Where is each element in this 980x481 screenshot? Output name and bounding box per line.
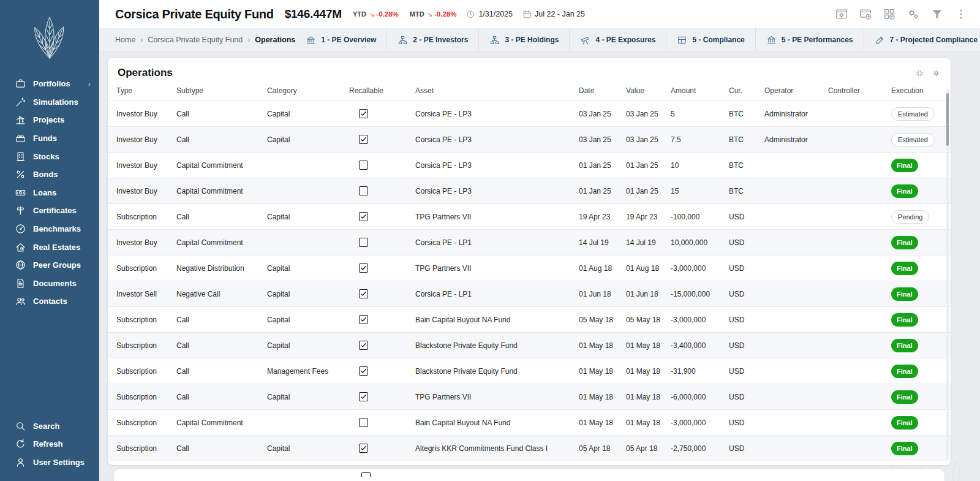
- table-row[interactable]: Investor BuyCapital CommitmentCorsica PE…: [108, 178, 951, 203]
- table-row[interactable]: Investor BuyCallCapitalCorsica PE - LP30…: [108, 126, 951, 152]
- gears-icon[interactable]: [907, 7, 920, 21]
- sidebar-item-peer-groups[interactable]: Peer Groups: [15, 256, 99, 275]
- column-header-amount[interactable]: Amount: [671, 86, 729, 95]
- recallable-checkbox-checked[interactable]: [359, 109, 368, 118]
- table-row[interactable]: Investor BuyCallCapitalCorsica PE - LP30…: [108, 100, 951, 126]
- scrollbar-thumb[interactable]: [946, 93, 949, 146]
- tab-7-projected-compliance[interactable]: 7 - Projected Compliance: [864, 28, 980, 51]
- column-header-asset[interactable]: Asset: [415, 86, 579, 95]
- date-range-value: Jul 22 - Jan 25: [535, 10, 585, 18]
- column-header-operator[interactable]: Operator: [764, 86, 828, 95]
- cell-execution: Final: [891, 390, 943, 404]
- as-of-date[interactable]: 1/31/2025: [466, 10, 513, 19]
- column-header-recallable[interactable]: Recallable: [349, 86, 415, 95]
- cell-recallable: [349, 161, 415, 170]
- table-row[interactable]: Investor BuyCapital CommitmentCorsica PE…: [108, 229, 951, 255]
- table-row[interactable]: Investor SellNegative CallCapitalCorsica…: [108, 281, 951, 306]
- document-icon: [15, 278, 26, 289]
- fund-value: $146.447M: [285, 7, 342, 21]
- recallable-checkbox-checked[interactable]: [359, 135, 368, 144]
- recallable-checkbox-checked[interactable]: [359, 392, 368, 401]
- recallable-checkbox-unchecked[interactable]: [359, 161, 368, 170]
- table-row[interactable]: SubscriptionNegative DistributionCapital…: [108, 255, 951, 281]
- recallable-checkbox-checked[interactable]: [359, 212, 368, 221]
- recallable-checkbox-unchecked[interactable]: [359, 418, 368, 427]
- recallable-checkbox-unchecked[interactable]: [359, 186, 368, 195]
- window-add-icon[interactable]: [859, 7, 872, 21]
- collapse-icon[interactable]: [915, 69, 924, 78]
- tab-4-pe-exposures[interactable]: 4 - PE Exposures: [569, 28, 666, 51]
- filter-icon[interactable]: [930, 7, 944, 21]
- table-row[interactable]: SubscriptionCapital CommitmentBain Capit…: [108, 409, 951, 435]
- sidebar-item-label: Peer Groups: [33, 260, 81, 270]
- sidebar-item-refresh[interactable]: Refresh: [15, 435, 99, 453]
- date-range[interactable]: Jul 22 - Jan 25: [522, 10, 585, 19]
- sidebar-item-label: Benchmarks: [33, 224, 81, 233]
- breadcrumb-item-home[interactable]: Home: [115, 36, 135, 44]
- content-area: Operations TypeSubtypeCategoryRecallable…: [99, 52, 980, 481]
- table-row[interactable]: SubscriptionCallCapitalBain Capital Buyo…: [108, 306, 951, 332]
- sidebar-item-portfolios[interactable]: Portfolios›: [15, 75, 99, 93]
- sidebar-item-funds[interactable]: Funds: [15, 129, 99, 148]
- tab-5-compliance[interactable]: 5 - Compliance: [666, 28, 755, 51]
- vertical-scrollbar[interactable]: [946, 89, 949, 459]
- table-row[interactable]: SubscriptionCallCapitalTPG Partners VII0…: [108, 384, 951, 409]
- table-row[interactable]: SubscriptionCallCapitalAltegris KKR Comm…: [108, 435, 951, 461]
- sidebar-item-certificates[interactable]: Certificates: [15, 202, 99, 220]
- search-icon: [15, 420, 26, 432]
- column-header-category[interactable]: Category: [267, 86, 349, 95]
- cell-execution: Final: [891, 159, 943, 172]
- column-header-type[interactable]: Type: [116, 86, 176, 95]
- cell-recallable: [349, 366, 415, 376]
- cell-amount: 10: [671, 161, 729, 170]
- column-header-execution[interactable]: Execution: [891, 86, 943, 95]
- execution-badge-final: Final: [891, 416, 918, 430]
- window-settings-icon[interactable]: [835, 7, 848, 21]
- recallable-checkbox-checked[interactable]: [359, 289, 368, 298]
- cell-execution: Final: [891, 184, 943, 198]
- sidebar-item-loans[interactable]: Loans: [15, 184, 99, 202]
- table-row[interactable]: SubscriptionCallCapitalBlackstone Privat…: [108, 332, 951, 358]
- recallable-checkbox-checked[interactable]: [359, 444, 368, 453]
- tab-label: 7 - Projected Compliance: [890, 36, 978, 44]
- sidebar-item-simulations[interactable]: Simulations: [15, 93, 99, 112]
- column-header-subtype[interactable]: Subtype: [176, 86, 267, 95]
- table-row[interactable]: Investor BuyCapital CommitmentCorsica PE…: [108, 152, 951, 178]
- sidebar-item-projects[interactable]: Projects: [15, 111, 99, 129]
- table-row[interactable]: SubscriptionCallCapitalTPG Partners VII1…: [108, 203, 951, 229]
- cell-amount: -3,000,000: [671, 264, 729, 273]
- recallable-checkbox-checked[interactable]: [359, 341, 368, 350]
- cell-subtype: Capital Commitment: [176, 161, 267, 170]
- tab-5-pe-performances[interactable]: 5 - PE Performances: [755, 28, 864, 51]
- recallable-checkbox-checked[interactable]: [359, 315, 368, 324]
- breadcrumb-item-corsica-private-equity-fund[interactable]: Corsica Private Equity Fund: [148, 36, 243, 44]
- gear-icon[interactable]: [932, 69, 941, 78]
- sidebar-item-benchmarks[interactable]: Benchmarks: [15, 220, 99, 238]
- sidebar-footer-nav: SearchRefreshUser Settings: [0, 417, 99, 481]
- mtd-stat: MTD ↘ -0.28%: [410, 10, 457, 18]
- breadcrumb-separator: ›: [140, 36, 143, 44]
- tab-1-pe-overview[interactable]: 1 - PE Overview: [295, 28, 386, 51]
- sidebar-item-user-settings[interactable]: User Settings: [15, 453, 99, 471]
- column-header-value[interactable]: Value: [626, 86, 671, 95]
- recallable-checkbox-checked[interactable]: [359, 263, 368, 273]
- sidebar-item-stocks[interactable]: Stocks: [15, 147, 99, 165]
- recallable-checkbox-checked[interactable]: [359, 366, 368, 376]
- cell-recallable: [349, 186, 415, 195]
- sidebar-item-documents[interactable]: Documents: [15, 275, 99, 293]
- column-header-controller[interactable]: Controller: [828, 86, 891, 95]
- cell-amount: -100,000: [671, 213, 729, 221]
- table-row[interactable]: SubscriptionCallManagement FeesBlackston…: [108, 358, 951, 384]
- kebab-menu-icon[interactable]: [954, 7, 968, 21]
- tab-2-pe-investors[interactable]: 2 - PE Investors: [386, 28, 478, 51]
- execution-badge-final: Final: [891, 313, 918, 327]
- column-header-cur[interactable]: Cur.: [729, 86, 764, 95]
- recallable-checkbox-unchecked[interactable]: [359, 238, 368, 247]
- sidebar-item-bonds[interactable]: Bonds: [15, 165, 99, 184]
- sidebar-item-real-estates[interactable]: Real Estates: [15, 238, 99, 256]
- sidebar-item-contacts[interactable]: Contacts: [15, 292, 99, 311]
- tab-3-pe-holdings[interactable]: 3 - PE Holdings: [478, 28, 569, 51]
- sidebar-item-search[interactable]: Search: [15, 417, 99, 435]
- widgets-add-icon[interactable]: [883, 7, 896, 21]
- column-header-date[interactable]: Date: [579, 86, 626, 95]
